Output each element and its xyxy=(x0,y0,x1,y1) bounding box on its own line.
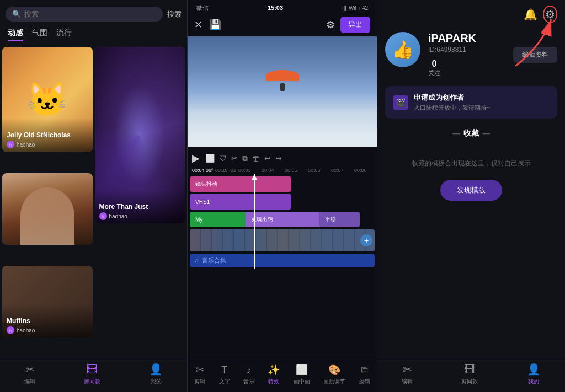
user-avatar-sm-2: h xyxy=(99,212,107,220)
mid-nav-quality[interactable]: 🎨 画质调节 xyxy=(323,364,345,385)
scissors-icon: ✂ xyxy=(25,363,35,376)
tab-liuxing[interactable]: 流行 xyxy=(56,28,72,41)
video-preview xyxy=(188,36,377,147)
track-shake[interactable]: 镜头抖动 xyxy=(190,176,291,192)
mid-music-icon: ♪ xyxy=(247,364,252,376)
track-vhs[interactable]: VHS1 xyxy=(190,194,291,210)
track-pan-label: 平移 xyxy=(325,216,336,223)
redo-icon[interactable]: ↪ xyxy=(275,154,282,163)
discover-template-button[interactable]: 发现模版 xyxy=(440,180,502,201)
grid-item-1-user: h haohao xyxy=(7,141,88,148)
collect-title: 收藏 xyxy=(385,128,557,138)
mid-filter-icon: ⧉ xyxy=(361,364,368,376)
status-icons: ||| WiFi 42 xyxy=(342,5,368,11)
cut-icon[interactable]: ✂ xyxy=(231,154,238,163)
mid-nav-cut[interactable]: ✂ 剪辑 xyxy=(194,364,205,385)
collect-empty: 收藏的模板会出现在这里，仅对自己展示 xyxy=(385,158,557,169)
music-note-icon: ♫ xyxy=(194,257,199,264)
trash-icon[interactable]: 🗑 xyxy=(252,154,260,163)
playhead xyxy=(254,174,255,269)
timecodes: 00:04 08f 00:10 -02 00:03 00:04 00:05 00… xyxy=(188,167,377,174)
tc-5: 00:06 xyxy=(308,168,331,173)
left-bottom-nav: ✂ 编辑 🎞 剪同款 👤 我的 xyxy=(0,358,187,392)
profile-name: iPAPARK xyxy=(428,32,505,45)
timeline-tools: ⬜ 🛡 ✂ ⧉ 🗑 ↩ ↪ xyxy=(205,154,282,163)
profile-info: iPAPARK ID:64998811 0 关注 xyxy=(428,32,505,77)
settings-icon[interactable]: ⚙ xyxy=(326,19,335,31)
right-panel: 🔔 ⚙ 👍 iPAPARK ID:64998811 0 关注 编辑资料 xyxy=(377,0,565,392)
woman-image xyxy=(2,173,93,245)
right-bottom-nav: ✂ 编辑 🎞 剪同款 👤 我的 xyxy=(377,358,565,392)
grid-item-4[interactable]: Muffins h haohao xyxy=(2,266,93,337)
mid-nav-text[interactable]: T 文字 xyxy=(219,364,230,385)
track-shake-label: 镜头抖动 xyxy=(195,180,217,188)
creator-card[interactable]: 🎬 申请成为创作者 入口陆续开放中，敬请期待~ xyxy=(385,86,557,119)
mid-header: ✕ 💾 ⚙ 导出 xyxy=(188,13,377,36)
copy-icon[interactable]: ⧉ xyxy=(242,154,248,163)
avatar: 👍 xyxy=(385,32,420,67)
tc-2: 00:03 xyxy=(238,168,262,173)
grid-item-1-label: Jolly Old StNicholas h haohao xyxy=(2,118,93,152)
nav-clip-template[interactable]: 🎞 剪同款 xyxy=(84,363,100,385)
gear-icon-right[interactable]: ⚙ xyxy=(543,6,557,23)
battery-indicator: 42 xyxy=(362,5,368,11)
right-scissors-icon: ✂ xyxy=(403,363,412,376)
follow-stat: 0 关注 xyxy=(428,59,440,77)
shield-icon[interactable]: 🛡 xyxy=(219,154,227,163)
grid-item-1[interactable]: 🐱 Jolly Old StNicholas h haohao xyxy=(2,47,93,152)
creator-title: 申请成为创作者 xyxy=(414,93,490,103)
search-input-wrap: 🔍 xyxy=(6,7,163,22)
film-strip[interactable]: + xyxy=(190,229,375,251)
mid-nav-filter[interactable]: ⧉ 滤镜 xyxy=(359,364,370,385)
nav-edit[interactable]: ✂ 编辑 xyxy=(24,363,35,385)
mid-header-left: ✕ 💾 xyxy=(194,19,221,31)
track-my[interactable]: My xyxy=(190,212,246,227)
template-grid: 🐱 Jolly Old StNicholas h haohao More Tha… xyxy=(0,46,187,358)
grid-item-2[interactable]: More Than Just h haohao xyxy=(95,47,185,223)
track-pan[interactable]: 平移 xyxy=(319,212,360,227)
tab-qiwei[interactable]: 气围 xyxy=(32,28,47,41)
mid-nav-pip[interactable]: ⬜ 画中画 xyxy=(294,364,310,385)
bell-icon[interactable]: 🔔 xyxy=(524,8,537,21)
film-overlay xyxy=(190,229,375,251)
grid-item-3[interactable] xyxy=(2,173,93,245)
search-bar: 🔍 搜索 xyxy=(6,7,182,22)
add-clip-button[interactable]: + xyxy=(360,234,372,246)
person-icon: 👤 xyxy=(149,363,163,376)
grid-item-2-user: h haohao xyxy=(99,212,181,220)
mid-panel: 微信 15:03 ||| WiFi 42 ✕ 💾 ⚙ 导出 ▶ ⬜ xyxy=(188,0,377,392)
mid-effects-icon: ✨ xyxy=(268,364,280,376)
undo-icon[interactable]: ↩ xyxy=(264,154,271,163)
edit-profile-button[interactable]: 编辑资料 xyxy=(513,47,557,63)
save-draft-icon[interactable]: 💾 xyxy=(209,19,221,31)
mid-quality-icon: 🎨 xyxy=(328,364,340,376)
para-wing xyxy=(266,70,299,81)
creator-subtitle: 入口陆续开放中，敬请期待~ xyxy=(414,104,490,112)
timeline-area: ▶ ⬜ 🛡 ✂ ⧉ 🗑 ↩ ↪ 00:04 08f 00:10 -02 00:0… xyxy=(188,147,377,359)
export-button[interactable]: 导出 xyxy=(340,17,370,33)
search-button[interactable]: 搜索 xyxy=(167,9,182,19)
status-time: 15:03 xyxy=(268,4,283,11)
mid-pip-icon: ⬜ xyxy=(296,364,308,376)
wechat-label: 微信 xyxy=(196,4,209,12)
track-music[interactable]: ♫ 音乐合集 xyxy=(190,254,375,267)
track-soul[interactable]: 灵魂出窍 xyxy=(246,212,319,227)
right-nav-edit[interactable]: ✂ 编辑 xyxy=(402,363,413,385)
mid-nav-music[interactable]: ♪ 音乐 xyxy=(243,364,254,385)
grid-item-1-title: Jolly Old StNicholas xyxy=(7,131,88,139)
right-nav-mine[interactable]: 👤 我的 xyxy=(527,363,541,385)
clip-icon: 🎞 xyxy=(87,363,98,376)
tab-donggan[interactable]: 动感 xyxy=(8,28,23,41)
nav-mine[interactable]: 👤 我的 xyxy=(149,363,163,385)
right-nav-clip[interactable]: 🎞 剪同款 xyxy=(461,363,478,385)
profile-stats: 0 关注 xyxy=(428,59,505,77)
search-input[interactable] xyxy=(24,10,156,18)
crop-icon[interactable]: ⬜ xyxy=(205,154,215,163)
mid-bottom-nav: ✂ 剪辑 T 文字 ♪ 音乐 ✨ 特效 ⬜ 画中画 🎨 画质调节 ⧉ 滤镜 xyxy=(188,359,377,392)
right-person-icon: 👤 xyxy=(527,363,541,376)
close-icon[interactable]: ✕ xyxy=(194,19,202,31)
playback-bar: ▶ ⬜ 🛡 ✂ ⧉ 🗑 ↩ ↪ xyxy=(188,150,377,167)
mid-nav-effects[interactable]: ✨ 特效 xyxy=(268,364,280,385)
play-button[interactable]: ▶ xyxy=(192,152,200,164)
profile-id: ID:64998811 xyxy=(428,46,505,53)
